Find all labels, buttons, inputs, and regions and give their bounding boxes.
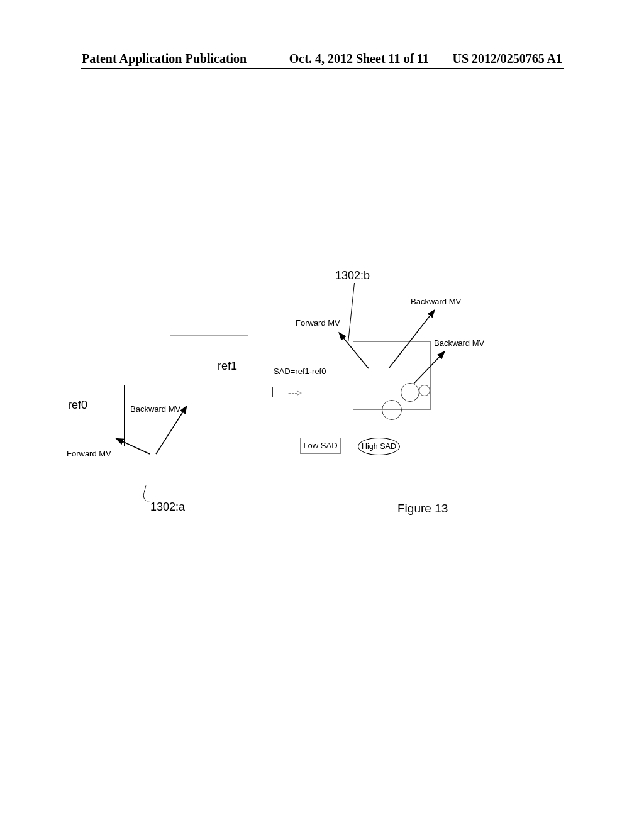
callout-1302b-leader xyxy=(348,283,355,341)
ref1-bottom-line xyxy=(170,389,248,389)
callout-1302b-label: 1302:b xyxy=(335,269,370,282)
header-publication: Patent Application Publication xyxy=(82,52,247,66)
figure-13-diagram: ref0 ref1 1302:a Forward MV Backward MV … xyxy=(0,264,644,528)
sad-formula-label: SAD=ref1-ref0 xyxy=(274,367,326,376)
ref1-top-line xyxy=(170,335,248,336)
ref0-label: ref0 xyxy=(68,399,87,412)
left-forward-mv-label: Forward MV xyxy=(67,449,111,458)
left-backward-mv-label: Backward MV xyxy=(130,404,180,414)
ref0-box xyxy=(57,385,125,446)
right-backward-mv-label-1: Backward MV xyxy=(411,297,461,306)
high-sad-ellipse: High SAD xyxy=(358,438,400,455)
ref1-label: ref1 xyxy=(218,360,237,373)
b-frame-line-right xyxy=(431,384,431,430)
sad-region-circle-1 xyxy=(382,400,402,420)
sad-region-circle-3 xyxy=(419,385,430,396)
page-header: Patent Application Publication Oct. 4, 2… xyxy=(0,52,644,66)
low-sad-box: Low SAD xyxy=(300,438,341,454)
header-date-sheet: Oct. 4, 2012 Sheet 11 of 11 xyxy=(289,52,429,66)
block-1302a xyxy=(125,434,184,485)
right-forward-mv-label: Forward MV xyxy=(296,318,340,328)
right-backward-mv-label-2: Backward MV xyxy=(434,338,484,348)
callout-1302a-leader xyxy=(142,485,155,502)
callout-1302a-label: 1302:a xyxy=(150,501,185,514)
sad-region-circle-2 xyxy=(401,383,419,402)
dashed-arrow-icon: - - -> xyxy=(288,387,301,398)
header-divider xyxy=(80,68,564,69)
tick-mark xyxy=(272,387,274,397)
header-patent-number: US 2012/0250765 A1 xyxy=(453,52,562,66)
figure-caption: Figure 13 xyxy=(397,502,448,516)
